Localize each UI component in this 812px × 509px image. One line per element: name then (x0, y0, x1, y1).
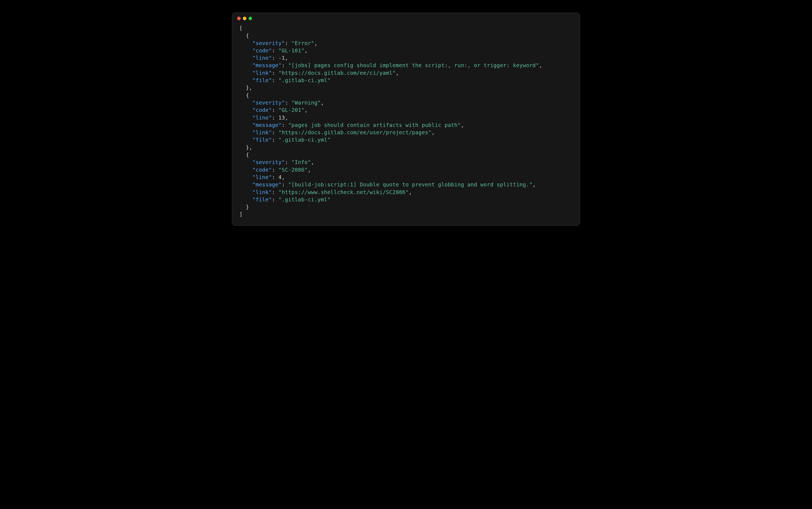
zoom-icon[interactable] (249, 16, 252, 20)
terminal-window: [ { "severity": "Error", "code": "GL-101… (232, 12, 580, 226)
minimize-icon[interactable] (243, 16, 246, 20)
json-output: [ { "severity": "Error", "code": "GL-101… (232, 22, 580, 226)
window-titlebar (232, 13, 580, 22)
close-icon[interactable] (237, 16, 241, 20)
